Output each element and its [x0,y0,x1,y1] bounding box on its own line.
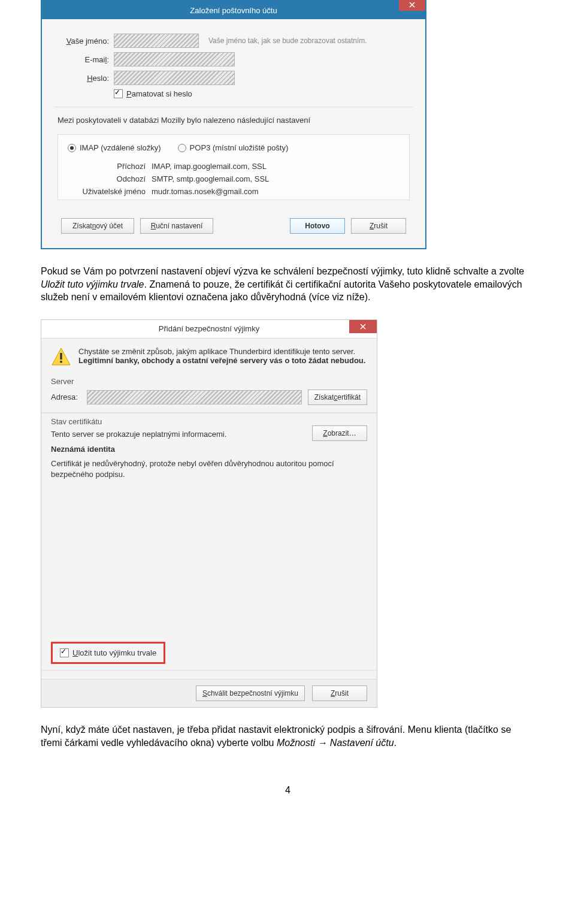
store-exception-highlight: Uložit tuto výjimku trvale [51,642,165,664]
doc-paragraph-2: Nyní, když máte účet nastaven, je třeba … [41,723,535,749]
password-input[interactable] [114,71,235,85]
cancel-button[interactable]: Zrušit [351,218,406,234]
imap-radio-label: IMAP (vzdálené složky) [80,143,161,152]
close-button[interactable] [399,0,425,11]
address-label: Adresa: [51,392,81,401]
imap-radio[interactable] [68,144,76,152]
unknown-identity: Neznámá identita [51,445,367,454]
email-label: E-mail: [58,55,114,64]
name-label: VVaše jméno:aše jméno: [58,37,114,46]
confirm-exception-button[interactable]: Schválit bezpečnostní výjimku [196,686,305,701]
name-hint: Vaše jméno tak, jak se bude zobrazovat o… [208,37,367,45]
mail-account-dialog: Založení poštovního účtu VVaše jméno:aše… [41,0,426,249]
doc-paragraph-1: Pokud se Vám po potvrzení nastavení obje… [41,265,535,304]
protocol-panel: IMAP (vzdálené složky) POP3 (místní ulož… [58,134,410,200]
svg-rect-1 [60,353,62,360]
cert-explanation: Certifikát je nedůvěryhodný, protože neb… [51,458,367,480]
pop3-radio[interactable] [178,144,186,152]
dialog2-title: Přidání bezpečnostní výjimky [159,324,259,333]
settings-found-message: Mezi poskytovateli v databázi Mozilly by… [58,116,410,125]
name-input[interactable] [114,34,199,48]
incoming-label: Příchozí [68,162,146,171]
svg-rect-2 [60,361,62,363]
security-exception-dialog: Přidání bezpečnostní výjimky Chystáte se… [41,319,377,708]
manual-setup-button[interactable]: Ruční nastavení [140,218,213,234]
pop3-radio-label: POP3 (místní uložiště pošty) [190,143,289,152]
username-label: Uživatelské jméno [68,187,146,196]
username-value: mudr.tomas.nosek@gmail.com [152,187,400,196]
address-input[interactable] [87,390,302,404]
cancel-button-2[interactable]: Zrušit [312,686,367,701]
divider [54,107,413,107]
get-new-account-button[interactable]: Získat nový účet [61,218,134,234]
warning-icon [51,347,71,367]
close-button-2[interactable] [349,320,377,333]
warn-line1: Chystáte se změnit způsob, jakým aplikac… [78,347,367,356]
outgoing-label: Odchozí [68,174,146,183]
page-number: 4 [41,785,535,796]
close-icon [409,2,415,8]
outgoing-value: SMTP, smtp.googlemail.com, SSL [152,174,400,183]
store-exception-label: Uložit tuto výjimku trvale [72,648,156,657]
incoming-value: IMAP, imap.googlemail.com, SSL [152,162,400,171]
warn-line2: Legitimní banky, obchody a ostatní veřej… [78,356,367,365]
dialog-title-bar: Založení poštovního účtu [42,1,425,19]
password-label: Heslo: [58,74,114,83]
cert-status-title: Stav certifikátu [51,417,367,426]
store-exception-checkbox[interactable] [60,648,69,657]
server-section-title: Server [51,377,367,386]
remember-password-checkbox[interactable] [114,89,123,98]
done-button[interactable]: Hotovo [290,218,345,234]
show-button[interactable]: Zobrazit… [312,425,367,441]
email-input[interactable] [114,52,235,67]
close-icon [360,324,366,330]
dialog2-title-bar: Přidání bezpečnostní výjimky [41,320,377,339]
dialog-title: Založení poštovního účtu [190,6,277,15]
get-certificate-button[interactable]: Získat certifikát [308,389,367,405]
remember-password-label: Pamatovat si heslo [126,89,192,98]
